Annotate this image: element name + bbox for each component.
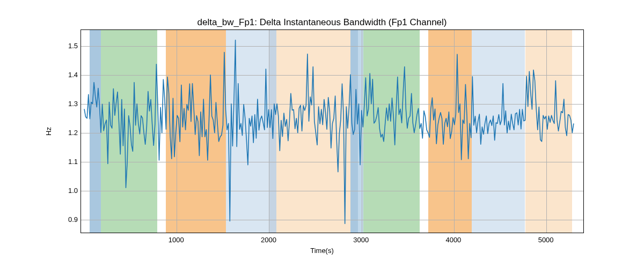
x-axis-label: Time(s) (0, 247, 644, 255)
x-tick-label: 4000 (445, 236, 461, 244)
y-tick-label: 1.4 (62, 70, 78, 78)
chart-title: delta_bw_Fp1: Delta Instantaneous Bandwi… (0, 17, 644, 28)
y-tick-label: 1.1 (62, 157, 78, 165)
series-line (84, 40, 574, 224)
y-tick-label: 0.9 (62, 215, 78, 223)
x-tick-label: 2000 (261, 236, 276, 244)
y-tick-label: 1.2 (62, 128, 78, 136)
x-tick-label: 5000 (538, 236, 554, 244)
plot-axes (80, 29, 584, 233)
y-tick-label: 1.3 (62, 99, 78, 107)
y-axis-label: Hz (45, 127, 53, 136)
y-tick-label: 1.0 (62, 186, 78, 194)
x-tick-label: 1000 (169, 236, 184, 244)
figure: delta_bw_Fp1: Delta Instantaneous Bandwi… (0, 0, 644, 268)
x-tick-label: 3000 (353, 236, 369, 244)
line-series (81, 30, 583, 233)
y-tick-label: 1.5 (62, 41, 78, 49)
